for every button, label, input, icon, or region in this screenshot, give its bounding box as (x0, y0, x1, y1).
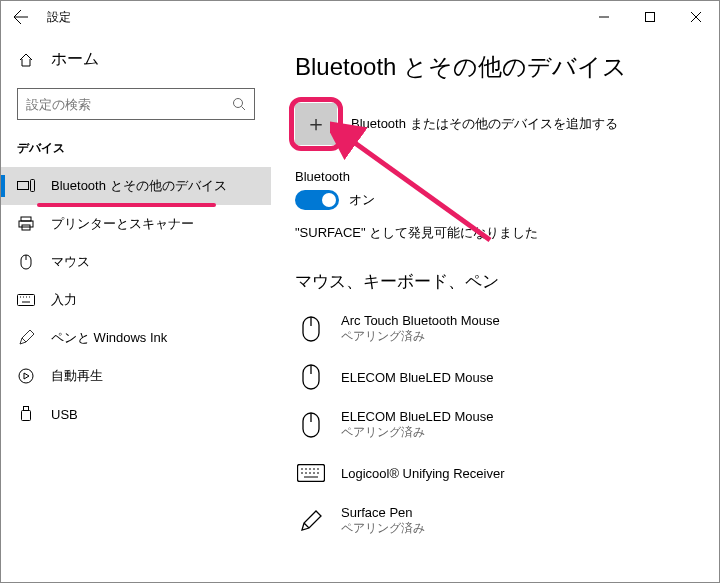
titlebar: 設定 (1, 1, 719, 33)
search-box[interactable] (17, 88, 255, 120)
keyboard-icon (17, 291, 35, 309)
devices-icon (17, 177, 35, 195)
bluetooth-label: Bluetooth (295, 169, 695, 184)
svg-rect-0 (646, 13, 655, 22)
sidebar-item-usb[interactable]: USB (1, 395, 271, 433)
sidebar-section-label: デバイス (1, 134, 271, 167)
sidebar-item-typing[interactable]: 入力 (1, 281, 271, 319)
usb-icon (17, 405, 35, 423)
close-button[interactable] (673, 1, 719, 33)
device-status: ペアリング済み (341, 328, 500, 345)
printer-icon (17, 215, 35, 233)
home-link[interactable]: ホーム (1, 41, 271, 78)
sidebar-item-label: ペンと Windows Ink (51, 329, 167, 347)
add-device-row[interactable]: ＋ Bluetooth またはその他のデバイスを追加する (295, 103, 695, 145)
device-name: ELECOM BlueLED Mouse (341, 409, 493, 424)
svg-point-15 (19, 369, 33, 383)
sidebar-item-label: プリンターとスキャナー (51, 215, 194, 233)
section-title-mouse-keyboard-pen: マウス、キーボード、ペン (295, 270, 695, 293)
sidebar-item-label: マウス (51, 253, 90, 271)
device-row[interactable]: ELECOM BlueLED Mouse ペアリング済み (295, 401, 695, 449)
arrow-left-icon (13, 9, 29, 25)
mouse-icon (17, 253, 35, 271)
plus-icon: ＋ (305, 109, 327, 139)
mouse-icon (295, 361, 327, 393)
device-status: ペアリング済み (341, 424, 493, 441)
svg-rect-16 (24, 407, 29, 411)
main-content: Bluetooth とその他のデバイス ＋ Bluetooth またはその他のデ… (271, 33, 719, 582)
sidebar-item-label: 入力 (51, 291, 77, 309)
svg-point-1 (234, 99, 243, 108)
svg-rect-2 (18, 182, 29, 190)
device-status: ペアリング済み (341, 520, 425, 537)
mouse-icon (295, 409, 327, 441)
device-name: ELECOM BlueLED Mouse (341, 370, 493, 385)
add-device-button[interactable]: ＋ (295, 103, 337, 145)
home-icon (17, 51, 35, 69)
device-name: Surface Pen (341, 505, 425, 520)
maximize-icon (645, 12, 655, 22)
bluetooth-toggle-state: オン (349, 191, 375, 209)
maximize-button[interactable] (627, 1, 673, 33)
sidebar-item-mouse[interactable]: マウス (1, 243, 271, 281)
discoverable-status: "SURFACE" として発見可能になりました (295, 224, 695, 242)
svg-rect-5 (19, 221, 33, 227)
svg-rect-3 (31, 180, 35, 192)
mouse-icon (295, 313, 327, 345)
page-title: Bluetooth とその他のデバイス (295, 51, 695, 83)
sidebar-item-label: Bluetooth とその他のデバイス (51, 177, 227, 195)
pen-device-icon (295, 505, 327, 537)
close-icon (691, 12, 701, 22)
sidebar-item-printers[interactable]: プリンターとスキャナー (1, 205, 271, 243)
sidebar-item-pen[interactable]: ペンと Windows Ink (1, 319, 271, 357)
keyboard-icon (295, 457, 327, 489)
sidebar-item-label: 自動再生 (51, 367, 103, 385)
search-input[interactable] (26, 97, 232, 112)
pen-icon (17, 329, 35, 347)
back-button[interactable] (9, 5, 33, 29)
search-icon (232, 97, 246, 111)
add-device-label: Bluetooth またはその他のデバイスを追加する (351, 115, 618, 133)
device-row[interactable]: Logicool® Unifying Receiver (295, 449, 695, 497)
minimize-button[interactable] (581, 1, 627, 33)
home-label: ホーム (51, 49, 99, 70)
svg-rect-4 (21, 217, 31, 221)
svg-rect-17 (22, 411, 31, 421)
bluetooth-toggle[interactable] (295, 190, 339, 210)
minimize-icon (599, 12, 609, 22)
device-name: Logicool® Unifying Receiver (341, 466, 505, 481)
sidebar-item-autoplay[interactable]: 自動再生 (1, 357, 271, 395)
sidebar-item-bluetooth[interactable]: Bluetooth とその他のデバイス (1, 167, 271, 205)
device-name: Arc Touch Bluetooth Mouse (341, 313, 500, 328)
svg-rect-9 (18, 295, 35, 306)
device-row[interactable]: Arc Touch Bluetooth Mouse ペアリング済み (295, 305, 695, 353)
autoplay-icon (17, 367, 35, 385)
window-title: 設定 (47, 9, 71, 26)
sidebar: ホーム デバイス Bluetooth とその他のデバイス プ (1, 33, 271, 582)
device-row[interactable]: Surface Pen ペアリング済み (295, 497, 695, 545)
device-row[interactable]: ELECOM BlueLED Mouse (295, 353, 695, 401)
sidebar-item-label: USB (51, 407, 78, 422)
